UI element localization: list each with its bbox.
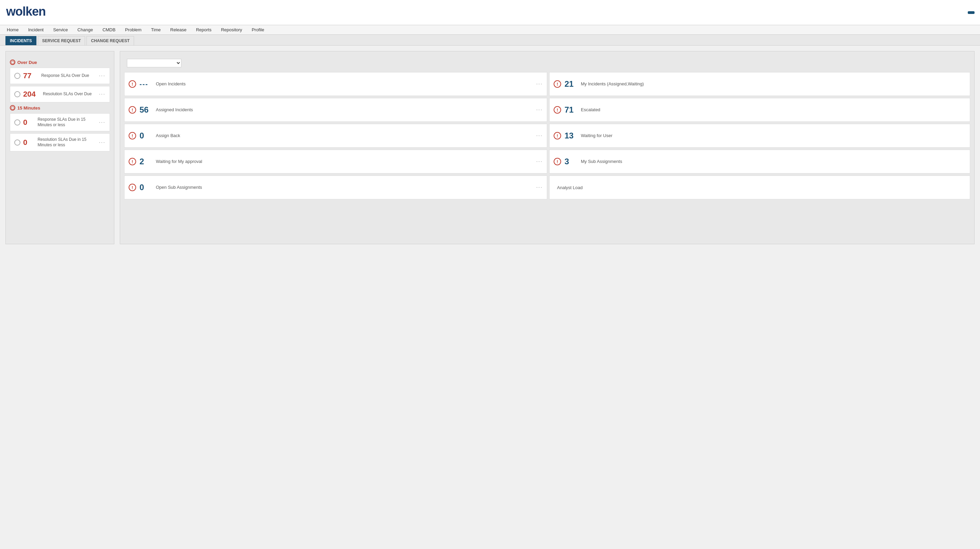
logo: wolken [5,3,46,21]
response-sla-15min-label: Response SLAs Due in 15 Minutes or less [37,117,89,128]
summary-right-col: ! 21 My Incidents (Assigned,Waiting) ! 7… [547,72,970,202]
fifteen-min-section-header: ◯ 15 Minutes [10,105,110,111]
incidents-filter-select[interactable] [127,59,181,67]
tabbar: INCIDENTSSERVICE REQUESTCHANGE REQUEST [0,35,980,46]
escalated-label: Escalated [578,107,966,113]
my-sub-label: My Sub Assignments [578,159,966,165]
my-incidents-row: ! 21 My Incidents (Assigned,Waiting) [549,72,970,96]
open-incidents-label: Open Incidents [153,81,533,87]
nav-item-service[interactable]: Service [52,27,69,33]
assign-back-menu[interactable]: ··· [536,133,543,139]
assigned-incidents-icon: ! [129,106,136,114]
svg-text:wolken: wolken [6,5,46,18]
sla-circle-1 [14,73,21,79]
response-sla-overdue-row: 77 Response SLAs Over Due ··· [10,68,110,84]
open-sub-number: 0 [140,182,153,192]
resolution-sla-overdue-number: 204 [23,90,36,98]
filter-row [124,59,970,67]
escalated-icon: ! [554,106,561,114]
header: wolken [0,0,980,25]
assigned-incidents-label: Assigned Incidents [153,107,533,113]
summary-grid: ! --- Open Incidents ··· ! 56 Assigned I… [124,72,970,202]
escalated-number: 71 [565,105,578,115]
waiting-approval-number: 2 [140,157,153,166]
my-incidents-number: 21 [565,79,578,89]
open-sub-label: Open Sub Assignments [153,184,533,190]
fifteen-min-label: 15 Minutes [18,105,40,111]
my-incidents-icon: ! [554,80,561,88]
my-sub-assignments-row: ! 3 My Sub Assignments [549,150,970,173]
response-sla-15min-number: 0 [23,118,27,127]
overdue-label: Over Due [18,60,37,65]
immediate-attention-panel: ◯ Over Due 77 Response SLAs Over Due ···… [5,51,115,244]
response-sla-overdue-label: Response SLAs Over Due [41,73,89,79]
resolution-sla-15min-label: Resolution SLAs Due in 15 Minutes or les… [37,137,89,148]
tab-service-request[interactable]: SERVICE REQUEST [38,36,86,45]
sla-circle-3 [14,119,21,125]
resolution-sla-15min-number: 0 [23,138,27,147]
clock-icon: ◯ [10,60,15,65]
open-incidents-number: --- [140,80,153,88]
waiting-user-icon: ! [554,132,561,140]
clock-icon-2: ◯ [10,105,15,111]
nav-item-home[interactable]: Home [5,27,20,33]
resolution-sla-overdue-menu[interactable]: ··· [99,91,105,97]
open-incidents-icon: ! [129,80,136,88]
waiting-approval-label: Waiting for My approval [153,159,533,165]
my-incidents-label: My Incidents (Assigned,Waiting) [578,81,966,87]
assign-back-icon: ! [129,132,136,140]
nav-item-profile[interactable]: Profile [250,27,266,33]
waiting-approval-row: ! 2 Waiting for My approval ··· [124,150,547,173]
analyst-load-label: Analyst Load [554,185,582,190]
response-sla-15min-row: 0 Response SLAs Due in 15 Minutes or les… [10,113,110,131]
waiting-approval-menu[interactable]: ··· [536,159,543,165]
resolution-sla-15min-row: 0 Resolution SLAs Due in 15 Minutes or l… [10,133,110,151]
summary-left-col: ! --- Open Incidents ··· ! 56 Assigned I… [124,72,547,202]
navbar: HomeIncidentServiceChangeCMDBProblemTime… [0,25,980,35]
waiting-user-number: 13 [565,131,578,140]
my-sub-icon: ! [554,158,561,165]
waiting-user-row: ! 13 Waiting for User [549,124,970,148]
nav-item-release[interactable]: Release [169,27,188,33]
open-sub-assignments-row: ! 0 Open Sub Assignments ··· [124,176,547,199]
open-incidents-menu[interactable]: ··· [536,81,543,87]
analyst-load-row: Analyst Load [549,176,970,199]
assign-back-number: 0 [140,131,153,140]
open-incidents-row: ! --- Open Incidents ··· [124,72,547,96]
assigned-incidents-number: 56 [140,105,153,115]
open-sub-icon: ! [129,184,136,191]
assign-back-label: Assign Back [153,133,533,139]
assigned-incidents-row: ! 56 Assigned Incidents ··· [124,98,547,122]
tab-change-request[interactable]: CHANGE REQUEST [86,36,134,45]
resolution-sla-overdue-label: Resolution SLAs Over Due [43,92,92,97]
nav-item-cmdb[interactable]: CMDB [101,27,117,33]
resolution-sla-15min-menu[interactable]: ··· [99,140,105,146]
main-content: ◯ Over Due 77 Response SLAs Over Due ···… [0,46,980,250]
waiting-user-label: Waiting for User [578,133,966,139]
nav-item-reports[interactable]: Reports [195,27,213,33]
open-sub-menu[interactable]: ··· [536,184,543,190]
nav-item-incident[interactable]: Incident [27,27,45,33]
response-sla-15min-menu[interactable]: ··· [99,119,105,125]
nav-item-repository[interactable]: Repository [220,27,243,33]
response-sla-overdue-number: 77 [23,71,31,80]
response-sla-overdue-menu[interactable]: ··· [99,73,105,79]
chat-button[interactable] [968,11,975,14]
sla-circle-4 [14,140,21,146]
nav-item-change[interactable]: Change [76,27,95,33]
waiting-approval-icon: ! [129,158,136,165]
sla-circle-2 [14,91,21,97]
header-right [964,11,975,14]
escalated-row: ! 71 Escalated [549,98,970,122]
resolution-sla-overdue-row: 204 Resolution SLAs Over Due ··· [10,86,110,102]
assign-back-row: ! 0 Assign Back ··· [124,124,547,148]
nav-item-time[interactable]: Time [150,27,162,33]
my-sub-number: 3 [565,157,578,166]
nav-item-problem[interactable]: Problem [124,27,143,33]
tab-incidents[interactable]: INCIDENTS [5,36,37,45]
overdue-section-header: ◯ Over Due [10,60,110,65]
logo-area: wolken [5,3,46,22]
quick-summary-panel: ! --- Open Incidents ··· ! 56 Assigned I… [120,51,975,244]
assigned-incidents-menu[interactable]: ··· [536,107,543,113]
